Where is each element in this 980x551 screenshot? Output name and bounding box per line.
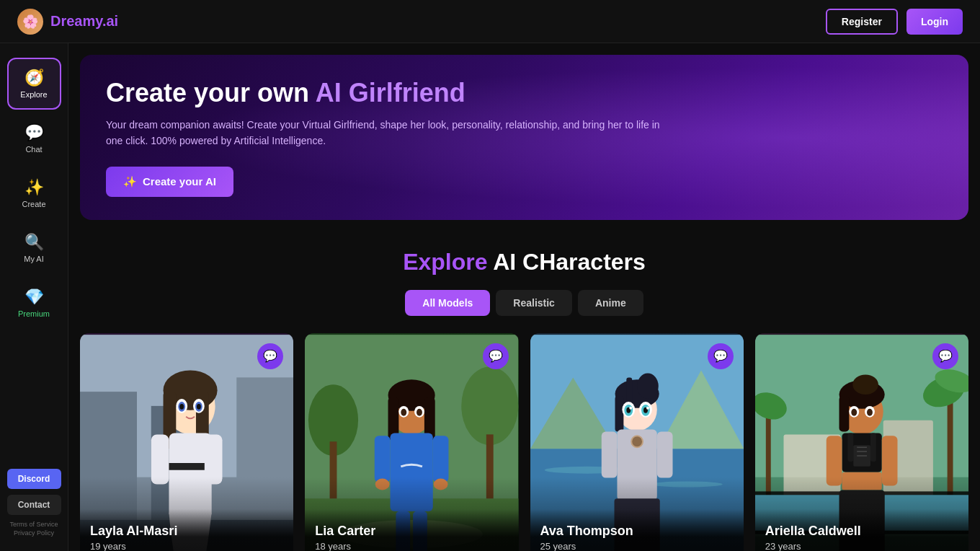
explore-title-rest: AI CHaracters bbox=[493, 249, 646, 275]
hero-title-highlight: AI Girlfriend bbox=[316, 78, 466, 107]
character-card-ava[interactable]: 💬 Ava Thompson 25 years A 25-year-old gi… bbox=[530, 333, 744, 551]
sidebar-create-label: Create bbox=[22, 200, 45, 208]
svg-point-19 bbox=[197, 404, 201, 410]
sidebar-item-chat[interactable]: 💬 Chat bbox=[7, 113, 61, 164]
contact-button[interactable]: Contact bbox=[7, 495, 61, 515]
svg-point-82 bbox=[852, 374, 878, 394]
char-age-ariella: 23 years bbox=[765, 541, 958, 551]
sidebar-myai-label: My AI bbox=[24, 255, 44, 263]
char-info-ava: Ava Thompson 25 years A 25-year-old girl… bbox=[530, 509, 744, 551]
filter-tabs: All Models Realistic Anime bbox=[80, 290, 968, 316]
logo: 🌸 Dreamy.ai bbox=[17, 9, 118, 35]
svg-point-41 bbox=[401, 409, 407, 416]
chat-bubble-ava[interactable]: 💬 bbox=[708, 343, 734, 369]
svg-point-42 bbox=[416, 409, 422, 416]
svg-point-98 bbox=[867, 409, 873, 416]
nav-buttons: Register Login bbox=[826, 9, 963, 35]
svg-rect-86 bbox=[870, 433, 876, 462]
chat-bubble-ariella[interactable]: 💬 bbox=[932, 343, 958, 369]
explore-title: Explore AI CHaracters bbox=[80, 249, 968, 276]
filter-realistic[interactable]: Realistic bbox=[496, 290, 572, 316]
char-age-ava: 25 years bbox=[540, 541, 734, 551]
sidebar: 🧭 Explore 💬 Chat ✨ Create 🔍 My AI 💎 Prem… bbox=[0, 43, 68, 551]
char-info-ariella: Ariella Caldwell 23 years Vibrant Latina… bbox=[755, 509, 968, 551]
sidebar-links: Terms of Service Privacy Policy bbox=[9, 521, 58, 537]
char-info-layla: Layla Al-Masri 19 years A petite 19-year… bbox=[80, 509, 293, 551]
char-name-ariella: Ariella Caldwell bbox=[765, 524, 958, 539]
create-ai-label: Create your AI bbox=[143, 175, 216, 188]
sidebar-item-premium[interactable]: 💎 Premium bbox=[7, 277, 61, 329]
sidebar-item-explore[interactable]: 🧭 Explore bbox=[7, 58, 61, 110]
hero-title: Create your own AI Girlfriend bbox=[106, 78, 943, 108]
character-card-ariella[interactable]: 💬 Ariella Caldwell 23 years Vibrant Lati… bbox=[755, 333, 968, 551]
explore-title-highlight: Explore bbox=[403, 249, 487, 275]
sidebar-bottom: Discord Contact Terms of Service Privacy… bbox=[0, 469, 68, 537]
sidebar-item-my-ai[interactable]: 🔍 My AI bbox=[7, 222, 61, 274]
svg-rect-34 bbox=[433, 436, 449, 482]
svg-rect-85 bbox=[847, 433, 853, 462]
svg-rect-33 bbox=[375, 436, 391, 482]
char-age-layla: 19 years bbox=[90, 541, 283, 551]
svg-rect-12 bbox=[151, 434, 169, 484]
sidebar-item-create[interactable]: ✨ Create bbox=[7, 167, 61, 219]
main-content: Create your own AI Girlfriend Your dream… bbox=[68, 43, 980, 551]
chat-bubble-layla[interactable]: 💬 bbox=[257, 343, 283, 369]
top-navigation: 🌸 Dreamy.ai Register Login bbox=[0, 0, 980, 43]
char-age-lia: 18 years bbox=[315, 541, 508, 551]
svg-point-67 bbox=[646, 407, 649, 410]
main-layout: 🧭 Explore 💬 Chat ✨ Create 🔍 My AI 💎 Prem… bbox=[0, 43, 980, 551]
svg-point-97 bbox=[851, 409, 857, 416]
explore-section: Explore AI CHaracters All Models Realist… bbox=[68, 232, 980, 551]
my-ai-icon: 🔍 bbox=[24, 233, 44, 252]
svg-point-52 bbox=[637, 373, 659, 399]
character-card-layla[interactable]: 💬 Layla Al-Masri 19 years A petite 19-ye… bbox=[80, 333, 293, 551]
char-name-layla: Layla Al-Masri bbox=[90, 524, 283, 539]
filter-all-models[interactable]: All Models bbox=[405, 290, 490, 316]
character-card-lia[interactable]: 💬 Lia Carter 18 years A vibrant Latina g… bbox=[305, 333, 518, 551]
svg-rect-13 bbox=[205, 434, 223, 484]
hero-subtitle: Your dream companion awaits! Create your… bbox=[106, 117, 668, 149]
char-info-lia: Lia Carter 18 years A vibrant Latina gir… bbox=[305, 509, 518, 551]
discord-button[interactable]: Discord bbox=[7, 469, 61, 489]
privacy-link[interactable]: Privacy Policy bbox=[14, 529, 54, 537]
svg-point-66 bbox=[629, 407, 632, 410]
premium-icon: 💎 bbox=[24, 288, 44, 307]
char-name-ava: Ava Thompson bbox=[540, 524, 734, 539]
logo-text: Dreamy.ai bbox=[50, 13, 118, 30]
svg-point-25 bbox=[462, 366, 519, 445]
login-button[interactable]: Login bbox=[906, 9, 963, 35]
chat-icon: 💬 bbox=[24, 123, 44, 142]
filter-anime[interactable]: Anime bbox=[578, 290, 643, 316]
sidebar-premium-label: Premium bbox=[18, 309, 50, 318]
terms-link[interactable]: Terms of Service bbox=[9, 521, 58, 528]
create-ai-icon: ✨ bbox=[123, 175, 137, 188]
characters-grid: 💬 Layla Al-Masri 19 years A petite 19-ye… bbox=[80, 333, 968, 551]
svg-rect-57 bbox=[601, 431, 617, 477]
register-button[interactable]: Register bbox=[826, 9, 898, 35]
svg-rect-83 bbox=[839, 396, 849, 431]
logo-avatar: 🌸 bbox=[17, 9, 43, 35]
compass-icon: 🧭 bbox=[24, 69, 44, 87]
hero-banner: Create your own AI Girlfriend Your dream… bbox=[80, 55, 968, 220]
create-icon: ✨ bbox=[24, 178, 44, 197]
svg-rect-58 bbox=[656, 431, 672, 477]
chat-bubble-lia[interactable]: 💬 bbox=[483, 343, 509, 369]
sidebar-explore-label: Explore bbox=[20, 90, 47, 99]
sidebar-chat-label: Chat bbox=[25, 145, 42, 154]
svg-point-56 bbox=[631, 436, 643, 447]
svg-rect-54 bbox=[615, 396, 623, 431]
char-name-lia: Lia Carter bbox=[315, 524, 508, 539]
svg-rect-53 bbox=[626, 377, 632, 402]
create-ai-button[interactable]: ✨ Create your AI bbox=[106, 167, 233, 197]
svg-point-18 bbox=[179, 404, 184, 410]
